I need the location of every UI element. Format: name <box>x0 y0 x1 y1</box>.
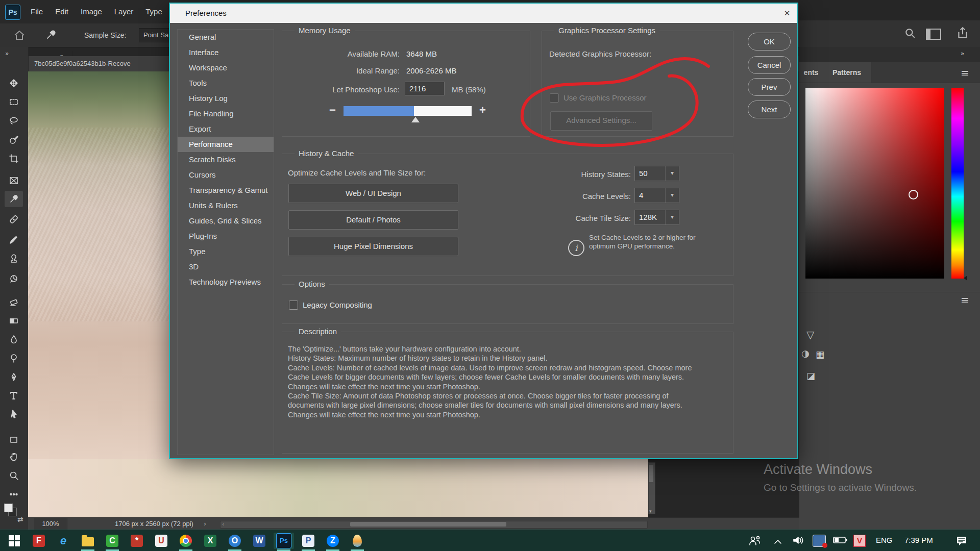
collapse-panels-icon[interactable]: » <box>961 50 965 57</box>
start-button[interactable] <box>4 533 24 549</box>
language-indicator[interactable]: ENG <box>876 536 893 544</box>
sidebar-item-units-rulers[interactable]: Units & Rulers <box>178 198 274 213</box>
share-icon[interactable] <box>957 27 969 42</box>
document-tab[interactable]: 7bc05d5e9f0a62543b1b-Recove <box>28 56 176 71</box>
canvas-image-bottom[interactable] <box>28 459 648 517</box>
optimize-button-web-ui-design[interactable]: Web / UI Design <box>288 184 458 203</box>
file-explorer[interactable] <box>78 533 98 549</box>
grid-preset-icon[interactable]: ▦ <box>816 349 824 360</box>
chrome[interactable] <box>176 533 196 549</box>
vertical-scrollbar[interactable]: ▾ <box>648 462 655 514</box>
fill-preset-icon[interactable]: ◪ <box>806 370 815 381</box>
brush-tool[interactable] <box>5 232 23 248</box>
eyedropper-tool[interactable] <box>5 191 23 207</box>
v-app-icon[interactable]: V <box>853 535 866 547</box>
office-viewer[interactable]: P <box>298 533 318 549</box>
zoom-tool[interactable] <box>5 467 23 484</box>
swap-colors-icon[interactable]: ⇄ <box>17 515 23 523</box>
crop-tool[interactable] <box>5 151 23 167</box>
horizontal-scrollbar[interactable]: ‹ <box>220 521 648 529</box>
next-button[interactable]: Next <box>748 101 791 118</box>
scrollbar-thumb[interactable] <box>350 522 506 527</box>
zalo[interactable]: Z <box>323 533 343 549</box>
sidebar-item-type[interactable]: Type <box>178 244 274 259</box>
shape-tool[interactable] <box>5 432 23 448</box>
eraser-tool[interactable] <box>5 294 23 310</box>
cache-tile-dropdown[interactable]: 128K▾ <box>634 210 679 225</box>
path-select-tool[interactable] <box>5 406 23 422</box>
dodge-tool[interactable] <box>5 350 23 366</box>
sidebar-item-workspace[interactable]: Workspace <box>178 60 274 76</box>
more-tools[interactable] <box>5 486 23 503</box>
sidebar-item-history-log[interactable]: History Log <box>178 91 274 106</box>
menu-layer[interactable]: Layer <box>114 0 134 23</box>
blur-tool[interactable] <box>5 331 23 347</box>
photoshop[interactable]: Ps <box>274 533 294 549</box>
dialog-close-icon[interactable]: ✕ <box>780 7 794 20</box>
notification-center-icon[interactable] <box>955 535 968 548</box>
menu-file[interactable]: File <box>31 0 43 23</box>
legacy-compositing-checkbox[interactable] <box>289 300 298 310</box>
color-field[interactable] <box>805 88 944 279</box>
memory-slider[interactable] <box>344 106 472 116</box>
menu-type[interactable]: Type <box>145 0 162 23</box>
status-chevron-icon[interactable]: › <box>204 518 206 530</box>
word[interactable]: W <box>249 533 270 549</box>
quick-selection-tool[interactable] <box>5 132 23 148</box>
sidebar-item-tools[interactable]: Tools <box>178 76 274 91</box>
pen-tool[interactable] <box>5 369 23 385</box>
excel[interactable]: X <box>200 533 220 549</box>
prev-button[interactable]: Prev <box>748 78 791 96</box>
sidebar-item-cursors[interactable]: Cursors <box>178 167 274 183</box>
search-icon[interactable] <box>904 28 916 41</box>
sphere-preset-icon[interactable]: ◑ <box>801 348 810 359</box>
internet-explorer[interactable]: e <box>53 533 74 549</box>
memory-slider-thumb[interactable] <box>411 117 420 122</box>
camtasia[interactable]: C <box>102 533 122 549</box>
coccoc-browser[interactable] <box>347 533 368 549</box>
sidebar-item-plug-ins[interactable]: Plug-Ins <box>178 229 274 244</box>
menu-edit[interactable]: Edit <box>55 0 68 23</box>
color-sample-ring[interactable] <box>909 190 918 199</box>
gradient-tool[interactable] <box>5 313 23 329</box>
move-tool[interactable] <box>5 75 23 91</box>
healing-brush-tool[interactable] <box>5 211 23 228</box>
collapse-toolbar-icon[interactable]: » <box>5 50 9 57</box>
volume-icon[interactable] <box>792 535 804 547</box>
scroll-down-icon[interactable]: ▾ <box>649 509 652 514</box>
advanced-settings-button[interactable]: Advanced Settings... <box>550 111 652 131</box>
sidebar-item-file-handling[interactable]: File Handling <box>178 106 274 121</box>
battery-icon[interactable] <box>833 536 847 546</box>
hue-slider[interactable] <box>951 88 964 279</box>
workspace-icon[interactable] <box>926 29 941 40</box>
tab-gradients[interactable]: ents <box>799 62 823 83</box>
marquee-tool[interactable] <box>5 94 23 110</box>
menu-image[interactable]: Image <box>81 0 102 23</box>
blue-circle-app[interactable]: O <box>225 533 245 549</box>
panel-menu-icon[interactable]: ≡ <box>961 67 969 79</box>
sidebar-item-guides-grid-slices[interactable]: Guides, Grid & Slices <box>178 213 274 229</box>
type-tool[interactable] <box>5 387 23 404</box>
memory-minus-button[interactable]: − <box>329 104 336 117</box>
history-brush-tool[interactable] <box>5 271 23 287</box>
frame-tool[interactable] <box>5 172 23 189</box>
snip-tool-icon[interactable] <box>813 535 826 547</box>
optimize-button-default-photos[interactable]: Default / Photos <box>288 210 458 230</box>
cache-levels-dropdown[interactable]: 4▾ <box>634 188 679 203</box>
hand-tool[interactable] <box>5 448 23 465</box>
clock[interactable]: 7:39 PM <box>904 536 933 544</box>
ok-button[interactable]: OK <box>748 33 791 51</box>
sidebar-item-general[interactable]: General <box>178 30 274 45</box>
tab-patterns[interactable]: Patterns <box>823 62 871 83</box>
memory-input[interactable]: 2116 <box>405 82 445 95</box>
sidebar-item-performance[interactable]: Performance <box>178 137 274 152</box>
cancel-button[interactable]: Cancel <box>748 56 791 74</box>
zoom-level[interactable]: 100% <box>34 518 67 530</box>
sidebar-item-technology-previews[interactable]: Technology Previews <box>178 274 274 290</box>
history-states-dropdown[interactable]: 50▾ <box>634 166 679 181</box>
lower-panel-menu-icon[interactable]: ≡ <box>961 294 969 306</box>
home-icon[interactable] <box>13 30 26 43</box>
sidebar-item-scratch-disks[interactable]: Scratch Disks <box>178 152 274 167</box>
lasso-tool[interactable] <box>5 113 23 129</box>
use-gpu-checkbox[interactable] <box>550 93 559 103</box>
